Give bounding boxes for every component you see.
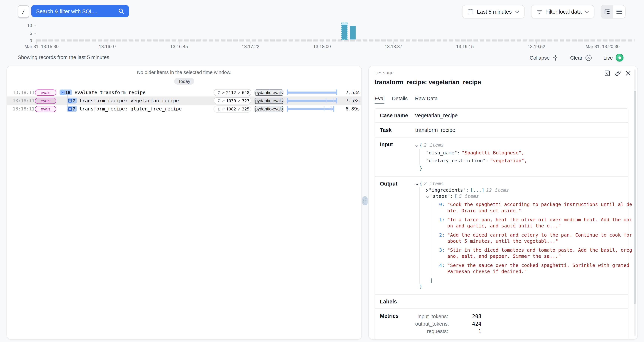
chevron-down-icon[interactable] <box>426 196 429 198</box>
tree-view-toggle[interactable] <box>601 6 613 18</box>
y-axis-dash <box>34 33 36 34</box>
metric-item: output_tokens:424 <box>415 320 623 328</box>
metric-value: 1 <box>448 328 482 335</box>
chevron-down-icon <box>515 10 519 13</box>
open-brace: { <box>419 181 422 187</box>
close-brace: } <box>419 165 422 172</box>
panel-resize-handle[interactable] <box>362 196 368 205</box>
table-row[interactable]: 13:18:11 evals 16 evaluate transform_rec… <box>7 88 361 96</box>
duration-bar <box>286 106 338 112</box>
duration-label: 7.53s <box>342 98 360 104</box>
tree-connector <box>67 100 73 101</box>
service-chip[interactable]: pydantic-evals <box>255 98 284 104</box>
close-icon[interactable] <box>626 70 631 76</box>
list-item: 1: "In a large pan, heat the olive oil o… <box>438 217 623 229</box>
filter-icon <box>536 9 542 14</box>
histogram-bar-selected[interactable] <box>342 22 348 40</box>
evals-tag[interactable]: evals <box>35 89 56 95</box>
duration-bar <box>286 90 338 95</box>
search-input[interactable]: Search & filter with SQL... <box>31 5 129 17</box>
pin-panel-icon[interactable] <box>604 70 610 76</box>
token-usage-badge[interactable]: Σ ↗1082 ↙325 <box>214 105 252 112</box>
down-arrow-icon: ↙ <box>237 90 240 95</box>
page-title: transform_recipe: vegetarian_recipe <box>374 78 631 85</box>
row-timestamp: 13:18:11 <box>13 90 32 95</box>
tab-details[interactable]: Details <box>392 96 408 104</box>
step-index: 3: <box>438 247 445 260</box>
chevron-down-icon <box>585 10 589 13</box>
output-tokens: 323 <box>242 98 249 103</box>
output-tokens: 648 <box>242 90 249 95</box>
duration-bar <box>286 98 338 104</box>
x-axis-label: 13:18:37 <box>384 44 402 49</box>
up-arrow-icon: ↗ <box>222 98 225 103</box>
json-key: "dish_name": <box>426 149 460 157</box>
items-note: 2 items <box>424 181 444 187</box>
down-arrow-icon: ↙ <box>237 98 240 103</box>
token-usage-badge[interactable]: Σ ↗2112 ↙648 <box>214 89 252 96</box>
y-axis-tick: 10 <box>3 23 32 28</box>
labels-label: Labels <box>380 298 415 304</box>
metric-key: input_tokens: <box>415 312 448 320</box>
x-axis-tick-mark <box>465 42 465 44</box>
metric-item: requests:1 <box>415 328 623 335</box>
x-axis-label: 13:19:15 <box>456 44 474 49</box>
tab-eval[interactable]: Eval <box>374 96 384 104</box>
live-label: Live <box>604 55 613 60</box>
evals-tag[interactable]: evals <box>35 98 56 104</box>
bar-fill <box>342 24 347 39</box>
empty-notice: No older items in the selected time wind… <box>7 69 361 75</box>
clear-button[interactable]: Clear <box>570 54 592 61</box>
step-text: "Add the diced carrot and celery to the … <box>447 232 633 244</box>
scrollbar[interactable] <box>634 69 636 336</box>
copy-link-icon[interactable] <box>615 70 621 76</box>
service-chip[interactable]: pydantic-evals <box>255 89 284 95</box>
collapsed-array[interactable]: [...] <box>470 187 484 193</box>
table-row[interactable]: 13:18:11 evals 7 transform_recipe: glute… <box>7 105 361 113</box>
live-button[interactable]: Live <box>604 54 624 62</box>
chevron-down-icon[interactable] <box>415 145 418 147</box>
step-text: "Serve the sauce over the cooked spaghet… <box>447 262 633 275</box>
step-index: 1: <box>438 217 445 229</box>
tree-connector <box>67 95 68 109</box>
tab-raw-data[interactable]: Raw Data <box>415 96 438 104</box>
metrics-label: Metrics <box>380 312 415 335</box>
open-brace: { <box>419 141 422 149</box>
histogram-bar[interactable] <box>350 26 356 40</box>
trace-list-panel: No older items in the selected time wind… <box>6 66 362 340</box>
x-axis-label: Mar 31. 13:20:30 <box>586 44 620 49</box>
table-row-selected[interactable]: 13:18:11 evals 7 transform_recipe: veget… <box>7 96 361 105</box>
step-text: "Cook the spaghetti according to package… <box>447 201 633 214</box>
collapse-button[interactable]: Collapse <box>530 54 559 61</box>
chevron-right-icon[interactable] <box>426 189 428 192</box>
timeline-histogram[interactable]: 10 5 0 Mar 31. 13:15:30 13:16:07 13:16:4… <box>0 20 644 51</box>
x-axis-label: 13:18:00 <box>313 44 331 49</box>
live-indicator-icon <box>616 54 624 62</box>
x-axis-tick-mark <box>36 42 36 44</box>
filter-local-data-dropdown[interactable]: Filter local data <box>531 5 594 18</box>
up-arrow-icon: ↗ <box>222 106 225 111</box>
eval-detail-table: Case name vegetarian_recipe Task transfo… <box>374 108 628 340</box>
token-usage-badge[interactable]: Σ ↗1030 ↙323 <box>214 97 252 104</box>
collapse-children-badge[interactable]: 16 <box>60 90 72 95</box>
clear-icon <box>585 54 592 61</box>
minus-square-icon <box>61 90 64 94</box>
child-count: 16 <box>65 90 70 95</box>
evals-tag[interactable]: evals <box>35 106 56 112</box>
x-axis-label: Mar 31. 13:15:30 <box>24 44 58 49</box>
list-view-toggle[interactable] <box>613 6 625 18</box>
list-item: 2: "Add the diced carrot and celery to t… <box>438 232 623 244</box>
y-axis-dash <box>34 40 36 41</box>
scrollbar-thumb[interactable] <box>634 91 636 304</box>
service-chip[interactable]: pydantic-evals <box>255 106 284 112</box>
chevron-down-icon[interactable] <box>415 184 418 186</box>
filter-label: Filter local data <box>546 8 582 15</box>
app-root: / Search & filter with SQL... Last 5 min… <box>0 0 644 342</box>
span-name: evaluate transform_recipe <box>74 90 146 95</box>
open-bracket: [ <box>454 193 457 200</box>
x-axis-label: 13:19:52 <box>528 44 545 49</box>
time-range-dropdown[interactable]: Last 5 minutes <box>462 5 524 18</box>
sigma-icon: Σ <box>218 98 220 103</box>
up-arrow-icon: ↗ <box>222 90 225 95</box>
y-axis-tick: 0 <box>3 38 32 43</box>
